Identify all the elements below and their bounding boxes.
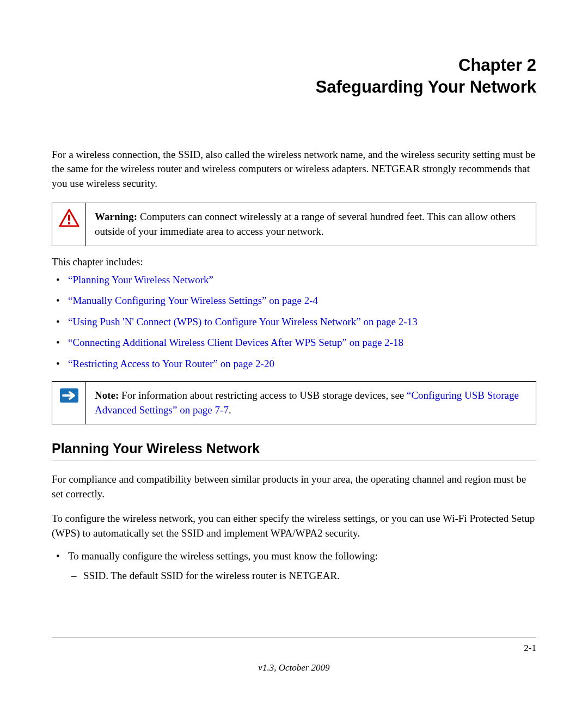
list-item-text: To manually configure the wireless setti… [68, 550, 378, 562]
note-after: . [229, 404, 231, 416]
page-footer: 2-1 v1.3, October 2009 [52, 637, 536, 673]
note-icon-cell [52, 382, 86, 424]
footer-version: v1.3, October 2009 [52, 662, 536, 673]
warning-icon-cell [52, 203, 86, 245]
section-heading: Planning Your Wireless Network [52, 441, 536, 460]
toc-item: “Connecting Additional Wireless Client D… [52, 335, 536, 351]
chapter-label: Chapter 2 [458, 56, 536, 75]
includes-label: This chapter includes: [52, 256, 536, 268]
toc-item: “Using Push 'N' Connect (WPS) to Configu… [52, 314, 536, 330]
note-before: For information about restricting access… [119, 389, 407, 401]
toc-list: “Planning Your Wireless Network” “Manual… [52, 272, 536, 372]
note-label: Note: [95, 389, 119, 401]
note-text: Note: For information about restricting … [86, 382, 536, 424]
toc-item: “Manually Configuring Your Wireless Sett… [52, 293, 536, 309]
toc-link-restrict[interactable]: “Restricting Access to Your Router” on p… [68, 358, 274, 369]
warning-icon [59, 209, 79, 230]
document-page: Chapter 2 Safeguarding Your Network For … [0, 0, 588, 584]
body-list: To manually configure the wireless setti… [52, 549, 536, 584]
warning-body: Computers can connect wirelessly at a ra… [95, 211, 516, 237]
body-para-1: For compliance and compatibility between… [52, 472, 536, 501]
toc-link-manual[interactable]: “Manually Configuring Your Wireless Sett… [68, 295, 318, 306]
toc-link-wps[interactable]: “Using Push 'N' Connect (WPS) to Configu… [68, 316, 418, 327]
chapter-name: Safeguarding Your Network [316, 77, 536, 96]
sub-list: SSID. The default SSID for the wireless … [68, 568, 536, 584]
intro-paragraph: For a wireless connection, the SSID, als… [52, 148, 536, 191]
toc-item: “Restricting Access to Your Router” on p… [52, 356, 536, 372]
toc-link-planning[interactable]: “Planning Your Wireless Network” [68, 274, 213, 285]
arrow-icon [59, 387, 79, 406]
page-number: 2-1 [524, 643, 536, 653]
note-box: Note: For information about restricting … [52, 381, 536, 424]
warning-text: Warning: Computers can connect wirelessl… [86, 203, 536, 245]
warning-label: Warning: [95, 211, 137, 222]
list-item: To manually configure the wireless setti… [52, 549, 536, 584]
svg-rect-2 [68, 222, 70, 224]
body-para-2: To configure the wireless network, you c… [52, 512, 536, 540]
warning-box: Warning: Computers can connect wirelessl… [52, 203, 536, 246]
toc-item: “Planning Your Wireless Network” [52, 272, 536, 288]
chapter-title: Chapter 2 Safeguarding Your Network [52, 54, 536, 99]
toc-link-additional[interactable]: “Connecting Additional Wireless Client D… [68, 337, 403, 348]
svg-rect-1 [68, 215, 70, 221]
sub-list-item: SSID. The default SSID for the wireless … [68, 568, 536, 584]
